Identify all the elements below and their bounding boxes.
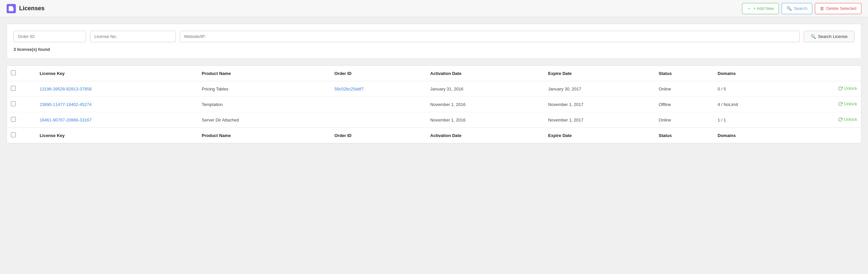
table-row: 18461-90767-20866-33167 Server Dir Attac… [7,112,861,128]
header-order-id: Order ID [331,66,426,81]
table-footer-row: License Key Product Name Order ID Activa… [7,128,861,143]
row-product-name-1: Temptation [198,97,331,112]
header-action [787,66,861,81]
unlock-button-0[interactable]: Unlock [838,86,857,91]
search-license-icon: 🔍 [811,34,816,39]
row-expire-date-2: November 1, 2017 [544,112,655,128]
refresh-icon-0 [838,86,843,91]
page-title: Licenses [19,5,44,12]
header-domains: Domains [714,66,787,81]
add-new-button[interactable]: ＋ + Add New [742,3,779,14]
footer-domains: Domains [714,128,787,143]
result-count: 3 license(s) found [13,47,855,52]
footer-expire-date: Expire Date [544,128,655,143]
row-action-2: Unlock [787,112,861,128]
table-row: 13196-39528-82813-37858 Pricing Tables 5… [7,81,861,97]
row-activation-date-0: January 31, 2016 [426,81,545,97]
licenses-table: License Key Product Name Order ID Activa… [7,66,861,143]
row-product-name-2: Server Dir Attached [198,112,331,128]
row-activation-date-2: November 1, 2016 [426,112,545,128]
row-checkbox-2[interactable] [11,117,16,122]
row-order-id-2 [331,112,426,128]
order-id-link-0[interactable]: 56c02bc25ddf7 [334,86,364,91]
trash-icon: 🗑 [820,6,824,11]
unlock-label-2: Unlock [844,117,857,122]
license-key-link-2[interactable]: 18461-90767-20866-33167 [39,117,92,122]
row-license-key-1: 23890-11477-18402-45274 [36,97,198,112]
license-key-link-0[interactable]: 13196-39528-82813-37858 [39,86,92,91]
footer-status: Status [655,128,714,143]
header-expire-date: Expire Date [544,66,655,81]
row-action-1: Unlock [787,97,861,112]
footer-action [787,128,861,143]
row-checkbox-1[interactable] [11,101,16,106]
license-no-input[interactable] [90,31,176,42]
licenses-icon [7,4,16,13]
header-actions: ＋ + Add New 🔍 Search 🗑 Delete Selected [742,3,861,14]
search-icon: 🔍 [786,6,792,11]
row-domains-1: 4 / NoLimit [714,97,787,112]
search-fields: 🔍 Search License [13,31,855,42]
row-order-id-0: 56c02bc25ddf7 [331,81,426,97]
row-expire-date-0: January 30, 2017 [544,81,655,97]
header-left: Licenses [7,4,44,13]
delete-label: Delete Selected [826,6,857,11]
plus-icon: ＋ [747,6,751,11]
order-id-input[interactable] [13,31,86,42]
unlock-label-0: Unlock [844,86,857,91]
row-checkbox-cell [7,97,36,112]
row-activation-date-1: November 1, 2016 [426,97,545,112]
table-header-row: License Key Product Name Order ID Activa… [7,66,861,81]
delete-selected-button[interactable]: 🗑 Delete Selected [815,3,861,14]
search-panel: 🔍 Search License 3 license(s) found [7,24,861,59]
search-button[interactable]: 🔍 Search [782,3,812,14]
row-status-0: Online [655,81,714,97]
row-domains-2: 1 / 1 [714,112,787,128]
row-status-1: Offline [655,97,714,112]
add-new-label: + Add New [753,6,774,11]
row-checkbox-cell [7,112,36,128]
footer-license-key: License Key [36,128,198,143]
select-all-checkbox-footer[interactable] [11,132,16,137]
row-order-id-1 [331,97,426,112]
header-status: Status [655,66,714,81]
row-status-2: Online [655,112,714,128]
footer-product-name: Product Name [198,128,331,143]
footer-activation-date: Activation Date [426,128,545,143]
header-checkbox-cell [7,66,36,81]
header-product-name: Product Name [198,66,331,81]
unlock-label-1: Unlock [844,101,857,106]
table-row: 23890-11477-18402-45274 Temptation Novem… [7,97,861,112]
unlock-button-2[interactable]: Unlock [838,117,857,122]
licenses-table-container: License Key Product Name Order ID Activa… [7,65,861,143]
select-all-checkbox[interactable] [11,70,16,75]
license-key-link-1[interactable]: 23890-11477-18402-45274 [39,102,92,107]
row-license-key-0: 13196-39528-82813-37858 [36,81,198,97]
footer-order-id: Order ID [331,128,426,143]
row-checkbox-cell [7,81,36,97]
row-expire-date-1: November 1, 2017 [544,97,655,112]
refresh-icon-2 [838,117,843,122]
row-domains-0: 0 / 5 [714,81,787,97]
footer-checkbox-cell [7,128,36,143]
header-activation-date: Activation Date [426,66,545,81]
search-license-label: Search License [818,34,847,39]
row-action-0: Unlock [787,81,861,97]
unlock-button-1[interactable]: Unlock [838,101,857,106]
header-license-key: License Key [36,66,198,81]
row-product-name-0: Pricing Tables [198,81,331,97]
search-label: Search [794,6,807,11]
page-header: Licenses ＋ + Add New 🔍 Search 🗑 Delete S… [0,0,868,17]
website-ip-input[interactable] [180,31,800,42]
search-license-button[interactable]: 🔍 Search License [804,31,855,42]
row-checkbox-0[interactable] [11,86,16,91]
refresh-icon-1 [838,102,843,106]
row-license-key-2: 18461-90767-20866-33167 [36,112,198,128]
